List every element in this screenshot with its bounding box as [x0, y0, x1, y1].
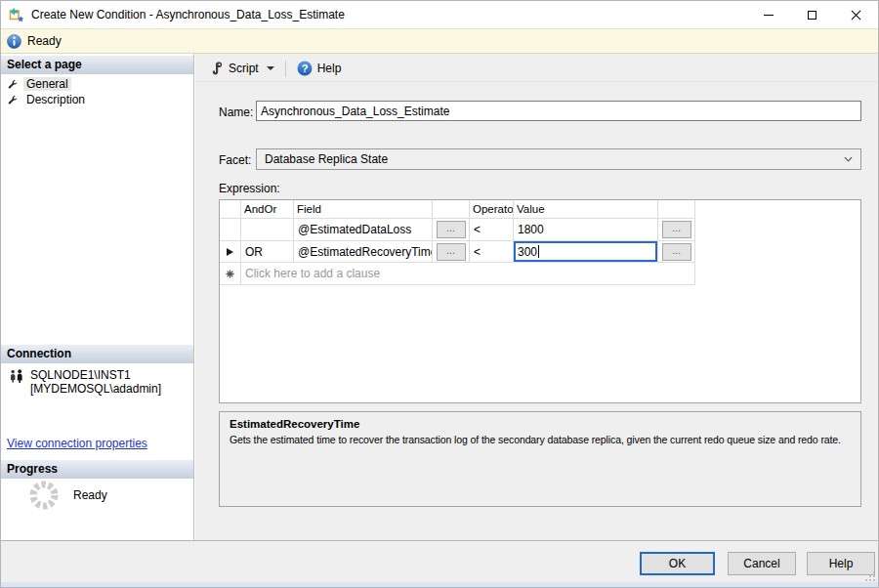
chevron-down-icon [844, 156, 853, 162]
facet-label: Facet: [219, 153, 251, 167]
grid-header-value: Value [514, 200, 658, 219]
info-icon [7, 34, 21, 49]
expression-label: Expression: [219, 182, 280, 195]
maximize-button[interactable] [790, 1, 834, 28]
server-connection-icon [9, 368, 24, 384]
sidebar-item-label: Description [23, 93, 88, 106]
progress-status: Ready [28, 480, 107, 511]
field-cell[interactable]: @EstimatedRecoveryTime [294, 241, 433, 263]
grid-header-field: Field [294, 200, 433, 219]
grid-header-operator: Operator [470, 200, 514, 219]
grid-header-andor: AndOr [241, 200, 294, 219]
new-row-selector [220, 263, 241, 285]
facet-dropdown[interactable]: Database Replica State [256, 148, 861, 170]
toolbar: Script ? Help [195, 56, 879, 82]
current-row-selector[interactable] [220, 241, 241, 263]
help-button-label: Help [317, 62, 342, 75]
condition-dialog-icon [9, 7, 24, 22]
progress-status-text: Ready [73, 488, 107, 502]
minimize-button[interactable] [746, 1, 790, 28]
connection-text: SQLNODE1\INST1 [MYDEMOSQL\adadmin] [30, 368, 161, 396]
field-ellipsis-cell: ... [433, 219, 470, 241]
window-controls [746, 1, 878, 28]
value-edit-text: 300 [518, 245, 537, 259]
minimize-icon [764, 15, 774, 16]
connection-server: SQLNODE1\INST1 [30, 368, 161, 382]
expression-grid: AndOr Field Operator Value @EstimatedDat… [220, 200, 860, 285]
grid-header-selector [220, 200, 241, 219]
andor-cell[interactable] [241, 219, 294, 241]
progress-spinner-icon [28, 480, 60, 511]
row-selector[interactable] [220, 219, 241, 241]
new-row-star-icon [226, 270, 234, 278]
field-ellipsis-button[interactable]: ... [437, 221, 466, 238]
footer: OK Cancel Help [1, 540, 878, 588]
value-ellipsis-button[interactable]: ... [662, 221, 691, 238]
field-cell[interactable]: @EstimatedDataLoss [294, 219, 433, 241]
cancel-button[interactable]: Cancel [728, 552, 796, 575]
close-icon [851, 10, 861, 21]
connection-info: SQLNODE1\INST1 [MYDEMOSQL\adadmin] [9, 368, 161, 396]
operator-cell[interactable]: < [470, 241, 514, 263]
property-description-panel: EstimatedRecoveryTime Gets the estimated… [219, 411, 861, 507]
chevron-down-icon [267, 66, 274, 70]
property-name: EstimatedRecoveryTime [230, 418, 851, 430]
grid-header-button [433, 200, 470, 219]
wrench-icon [7, 95, 18, 105]
wrench-icon [7, 79, 18, 90]
script-icon [208, 61, 224, 76]
value-ellipsis-button[interactable]: ... [662, 243, 691, 261]
value-cell-editing[interactable]: 300 [514, 241, 658, 263]
sidebar: Select a page General Description Connec… [1, 54, 194, 540]
name-label: Name: [219, 105, 253, 119]
connection-header: Connection [1, 345, 193, 363]
sidebar-item-general[interactable]: General [7, 76, 71, 92]
progress-header: Progress [1, 460, 193, 479]
close-button[interactable] [834, 1, 878, 28]
svg-text:?: ? [301, 63, 308, 74]
status-text: Ready [27, 34, 62, 48]
add-clause-row[interactable]: Click here to add a clause [241, 263, 695, 285]
window-bottom-edge [1, 582, 878, 587]
create-condition-dialog: Create New Condition - Asynchronous_Data… [0, 0, 879, 588]
sidebar-item-description[interactable]: Description [7, 92, 88, 107]
main-content: Script ? Help Name: Facet: Database Repl… [195, 54, 879, 540]
facet-selected-value: Database Replica State [265, 152, 388, 166]
toolbar-separator [285, 61, 286, 77]
andor-cell[interactable]: OR [241, 241, 294, 263]
grid-header-button [658, 200, 695, 219]
view-connection-properties-link[interactable]: View connection properties [7, 437, 147, 450]
status-bar: Ready [1, 28, 878, 54]
maximize-icon [808, 11, 816, 20]
connection-account: [MYDEMOSQL\adadmin] [30, 382, 161, 396]
value-ellipsis-cell: ... [658, 241, 695, 263]
help-icon: ? [297, 61, 313, 76]
resize-grip[interactable] [863, 569, 876, 582]
value-ellipsis-cell: ... [658, 219, 695, 241]
window-title: Create New Condition - Asynchronous_Data… [31, 8, 345, 21]
script-button[interactable]: Script [203, 58, 279, 79]
ok-button[interactable]: OK [640, 552, 715, 575]
help-button[interactable]: ? Help [292, 58, 347, 79]
field-ellipsis-cell: ... [433, 241, 470, 263]
sidebar-item-label: General [23, 77, 71, 91]
expression-panel: AndOr Field Operator Value @EstimatedDat… [219, 199, 861, 403]
title-bar: Create New Condition - Asynchronous_Data… [1, 1, 878, 28]
current-row-arrow-icon [227, 248, 233, 256]
text-cursor [538, 245, 539, 258]
select-a-page-header: Select a page [1, 56, 193, 74]
field-ellipsis-button[interactable]: ... [437, 243, 466, 261]
property-description: Gets the estimated time to recover the t… [230, 434, 851, 445]
value-cell[interactable]: 1800 [514, 219, 658, 241]
name-input[interactable] [256, 101, 861, 121]
script-button-label: Script [229, 62, 259, 75]
operator-cell[interactable]: < [470, 219, 514, 241]
